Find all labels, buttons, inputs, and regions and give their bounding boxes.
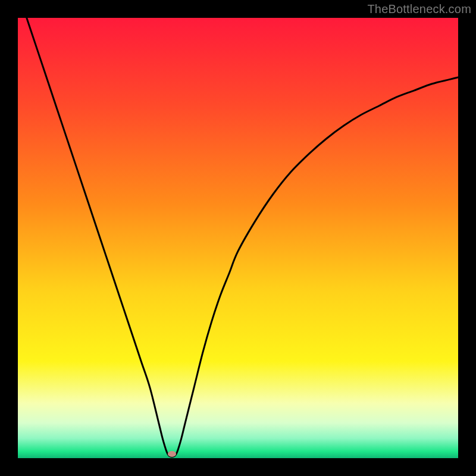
svg-rect-0 (18, 18, 458, 458)
background-gradient (18, 18, 458, 458)
chart-frame: TheBottleneck.com (0, 0, 476, 476)
watermark-label: TheBottleneck.com (367, 2, 471, 16)
plot-area (18, 18, 458, 458)
